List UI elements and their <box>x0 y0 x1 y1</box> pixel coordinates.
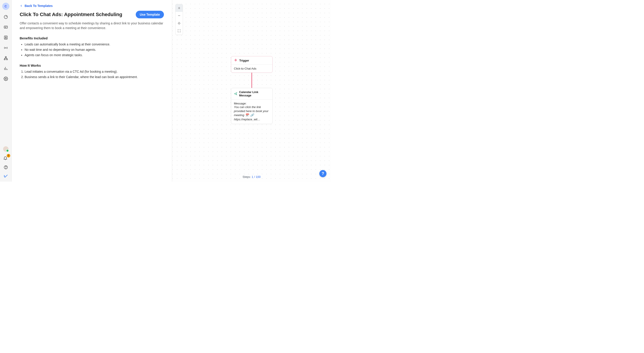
notifications-button[interactable]: 7 <box>3 156 8 161</box>
trigger-sparkle-icon <box>234 59 238 62</box>
minus-icon <box>177 14 181 18</box>
workflow-canvas[interactable]: Trigger Click-to-Chat Ads Calendar Link … <box>172 0 331 182</box>
app-sidebar: C <box>0 0 12 182</box>
benefits-heading: Benefits Included <box>20 36 164 40</box>
svg-rect-0 <box>4 26 8 28</box>
zoom-in-button[interactable] <box>176 4 183 12</box>
use-template-button[interactable]: Use Template <box>136 11 164 18</box>
node-connector <box>252 73 252 88</box>
settings-icon[interactable] <box>4 77 8 81</box>
gauge-icon[interactable] <box>4 15 8 19</box>
message-node-label: Message: <box>234 102 270 105</box>
svg-point-3 <box>5 48 6 48</box>
broadcast-icon[interactable] <box>4 46 8 50</box>
fullscreen-button[interactable] <box>176 27 183 35</box>
svg-point-2 <box>5 37 6 38</box>
reports-icon[interactable] <box>4 66 8 71</box>
steps-label: Steps: <box>242 175 251 179</box>
trigger-node-body: Click-to-Chat Ads <box>234 67 256 70</box>
chevron-left-icon <box>20 4 23 8</box>
target-icon <box>177 22 181 25</box>
help-icon[interactable] <box>4 165 8 170</box>
list-item: Leads can automatically book a meeting a… <box>24 42 164 47</box>
user-avatar[interactable] <box>3 146 8 152</box>
brand-logo-icon <box>3 174 8 179</box>
page-title: Click To Chat Ads: Appointment Schedulin… <box>20 12 122 18</box>
benefits-list: Leads can automatically book a meeting a… <box>20 42 164 58</box>
svg-rect-5 <box>4 59 5 60</box>
list-item: Agents can focus on more strategic tasks… <box>24 53 164 58</box>
zoom-out-button[interactable] <box>176 12 183 20</box>
steps-current: 1 <box>252 175 253 179</box>
svg-rect-6 <box>6 59 8 60</box>
contact-icon[interactable] <box>4 35 8 40</box>
svg-rect-4 <box>5 57 6 58</box>
trigger-node-title: Trigger <box>239 59 249 62</box>
svg-point-10 <box>178 23 180 24</box>
plus-icon <box>177 6 181 10</box>
back-to-templates-link[interactable]: Back To Templates <box>20 4 53 8</box>
list-item: Business sends a link to their Calendar,… <box>24 75 164 80</box>
template-description: Offer contacts a convenient way to sched… <box>20 21 164 31</box>
expand-icon <box>177 29 181 33</box>
svg-rect-1 <box>4 36 7 39</box>
back-link-label: Back To Templates <box>24 4 53 8</box>
message-node-title: Calendar Link Message <box>239 90 270 97</box>
steps-max: 100 <box>256 175 260 179</box>
send-icon <box>234 92 237 96</box>
message-node[interactable]: Calendar Link Message Message: You can c… <box>231 88 272 124</box>
canvas-controls <box>175 4 183 35</box>
how-it-works-heading: How It Works <box>20 64 164 67</box>
trigger-node[interactable]: Trigger Click-to-Chat Ads <box>231 56 272 73</box>
notification-badge: 7 <box>7 154 10 157</box>
help-fab[interactable]: ? <box>319 170 326 177</box>
fit-view-button[interactable] <box>176 20 183 27</box>
workspace-avatar[interactable]: C <box>2 3 10 10</box>
svg-point-7 <box>5 78 6 79</box>
steps-indicator: Steps: 1 / 100 <box>242 175 260 179</box>
message-node-body: You can click the link provided here to … <box>234 105 270 122</box>
how-it-works-list: Lead initiates a conversation via a CTC … <box>20 69 164 80</box>
workflow-icon[interactable] <box>4 56 8 60</box>
list-item: Lead initiates a conversation via a CTC … <box>24 69 164 75</box>
list-item: No wait time and no dependency on human … <box>24 47 164 53</box>
chat-icon[interactable] <box>4 25 8 30</box>
template-info-panel: Back To Templates Click To Chat Ads: App… <box>12 0 172 182</box>
svg-point-9 <box>6 168 6 168</box>
